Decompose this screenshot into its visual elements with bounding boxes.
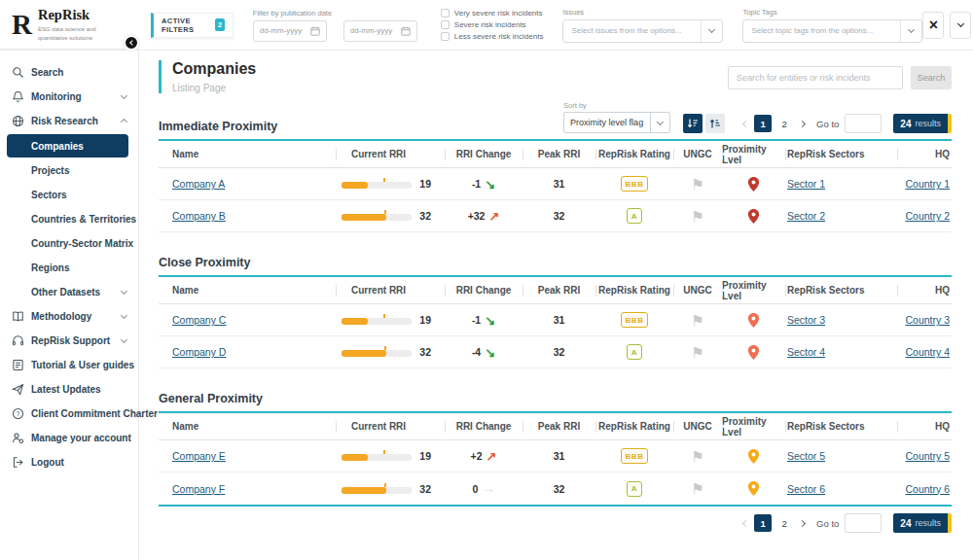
- sidebar-item-logout[interactable]: Logout: [0, 450, 138, 474]
- results-count-badge: 24 results: [893, 114, 952, 133]
- company-link[interactable]: Company C: [172, 314, 226, 326]
- next-page-button[interactable]: [795, 122, 809, 126]
- table-header-row: Name Current RRI RRI Change Peak RRI Rep…: [159, 413, 952, 440]
- column-header-reprisk-sectors: RepRisk Sectors: [785, 141, 897, 167]
- checkbox-very-severe[interactable]: Very severe risk incidents: [441, 9, 544, 18]
- sidebar-item-label: Companies: [31, 141, 84, 152]
- date-to-input[interactable]: [343, 20, 417, 42]
- go-to-input[interactable]: [845, 513, 882, 533]
- chevron-down-icon[interactable]: [701, 20, 722, 42]
- prev-page-button[interactable]: [739, 122, 752, 126]
- company-link[interactable]: Company D: [172, 346, 226, 358]
- globe-icon: [12, 115, 24, 127]
- rri-peak-marker: [383, 314, 385, 318]
- sidebar-item-manage-your-account[interactable]: Manage your account: [0, 426, 138, 450]
- hq-link[interactable]: Country 1: [905, 178, 950, 190]
- page-button-2[interactable]: 2: [775, 115, 793, 132]
- sort-descending-button[interactable]: [683, 114, 703, 133]
- checkbox-icon[interactable]: [441, 9, 450, 18]
- company-link[interactable]: Company B: [172, 210, 226, 222]
- issues-select[interactable]: Select issues from the options...: [562, 19, 723, 43]
- topic-tags-label: Topic Tags: [742, 8, 922, 17]
- sector-link[interactable]: Sector 3: [787, 314, 825, 326]
- checkbox-severe[interactable]: Severe risk incidents: [441, 20, 544, 29]
- sort-ascending-button[interactable]: [705, 114, 725, 133]
- hq-link[interactable]: Country 2: [905, 210, 950, 222]
- page-button-2[interactable]: 2: [775, 514, 793, 532]
- sidebar-item-projects[interactable]: Projects: [0, 158, 138, 183]
- checkbox-less-severe[interactable]: Less severe risk incidents: [441, 32, 544, 41]
- rri-peak-marker: [384, 346, 386, 350]
- column-header-reprisk-sectors: RepRisk Sectors: [785, 277, 897, 303]
- date-from-input[interactable]: [253, 20, 327, 42]
- page-button-1[interactable]: 1: [754, 514, 772, 532]
- sidebar-item-latest-updates[interactable]: Latest Updates: [0, 377, 138, 402]
- sidebar-item-regions[interactable]: Regions: [0, 256, 138, 280]
- entity-search-input[interactable]: [728, 66, 903, 89]
- sector-link[interactable]: Sector 2: [787, 210, 825, 222]
- sidebar-item-other-datasets[interactable]: Other Datasets: [0, 280, 138, 304]
- list-controls: Sort by Proximity level flag 1 2: [563, 101, 952, 133]
- section-head: Close Proximity: [159, 256, 952, 277]
- results-count: 24: [900, 518, 911, 529]
- trend-arrow-icon: →: [482, 482, 494, 495]
- next-page-button[interactable]: [795, 521, 809, 526]
- reprisk-rating-badge: A: [627, 344, 642, 360]
- sort-by-select[interactable]: Proximity level flag: [563, 112, 670, 133]
- hq-link[interactable]: Country 5: [905, 450, 950, 462]
- sidebar-item-sectors[interactable]: Sectors: [0, 183, 138, 207]
- chevron-down-icon[interactable]: [900, 20, 921, 42]
- company-link[interactable]: Company F: [172, 483, 225, 495]
- sidebar-item-methodology[interactable]: Methodology: [0, 304, 138, 329]
- date-to-field[interactable]: [350, 26, 401, 35]
- sidebar-item-risk-research[interactable]: Risk Research: [0, 109, 138, 133]
- trend-arrow-icon: ↘: [485, 178, 495, 191]
- clear-filters-button[interactable]: ×: [922, 12, 944, 39]
- sector-link[interactable]: Sector 1: [787, 178, 825, 190]
- page-button-1[interactable]: 1: [754, 115, 772, 132]
- sidebar-item-country-sector-matrix[interactable]: Country-Sector Matrix: [0, 231, 138, 256]
- prev-page-button[interactable]: [739, 521, 752, 526]
- sidebar-collapse-toggle[interactable]: [124, 35, 139, 51]
- search-icon: [12, 66, 24, 79]
- checkbox-icon[interactable]: [441, 32, 450, 41]
- sidebar-item-label: Client Commitment Charter: [31, 408, 158, 419]
- sidebar-item-search[interactable]: Search: [0, 60, 138, 85]
- sidebar-item-reprisk-support[interactable]: RepRisk Support: [0, 329, 138, 353]
- sector-link[interactable]: Sector 6: [787, 483, 825, 495]
- chevron-left-icon: [742, 120, 749, 126]
- collapse-filterbar-button[interactable]: [950, 12, 971, 39]
- checkbox-icon[interactable]: [441, 20, 450, 29]
- company-link[interactable]: Company A: [172, 178, 225, 190]
- hq-link[interactable]: Country 3: [905, 314, 950, 326]
- sidebar-item-companies[interactable]: Companies: [7, 134, 128, 158]
- company-link[interactable]: Company E: [172, 450, 226, 462]
- ungc-flag-icon: ⚑: [691, 481, 703, 496]
- sidebar-item-label: Latest Updates: [31, 384, 101, 395]
- sidebar-item-countries-territories[interactable]: Countries & Territories: [0, 207, 138, 231]
- sidebar-item-label: Monitoring: [31, 91, 82, 102]
- sidebar-item-client-commitment-charter[interactable]: ?Client Commitment Charter: [0, 402, 138, 426]
- date-from-field[interactable]: [260, 26, 310, 35]
- hq-link[interactable]: Country 4: [905, 346, 950, 358]
- send-icon: [12, 383, 24, 396]
- topbar: R RepRisk ESG data science and quantitat…: [0, 0, 973, 51]
- sidebar-item-label: Tutorial & User guides: [31, 360, 134, 370]
- table-body: Company A 19 -1 ↘ 31 BBB ⚑ Sector 1 Coun…: [159, 168, 952, 232]
- sector-link[interactable]: Sector 5: [787, 450, 825, 462]
- chevron-right-icon: [799, 120, 806, 126]
- sector-link[interactable]: Sector 4: [787, 346, 825, 358]
- checkbox-label: Less severe risk incidents: [454, 32, 544, 41]
- search-button[interactable]: Search: [911, 66, 952, 89]
- column-header-rri-change: RRI Change: [445, 277, 523, 303]
- topic-tags-select[interactable]: Select topic tags from the options...: [742, 19, 922, 43]
- hq-link[interactable]: Country 6: [905, 483, 950, 495]
- current-rri-value: 32: [412, 210, 445, 222]
- sidebar-item-monitoring[interactable]: Monitoring: [0, 85, 138, 109]
- active-filters-count-badge: 2: [215, 18, 225, 31]
- headset-icon: [12, 334, 24, 347]
- sidebar-item-tutorial-user-guides[interactable]: Tutorial & User guides: [0, 353, 138, 377]
- go-to-input[interactable]: [845, 114, 882, 133]
- rri-bar-fill: [342, 214, 386, 221]
- table-row: Company D 32 -4 ↘ 32 A ⚑ Sector 4 Countr…: [159, 336, 952, 368]
